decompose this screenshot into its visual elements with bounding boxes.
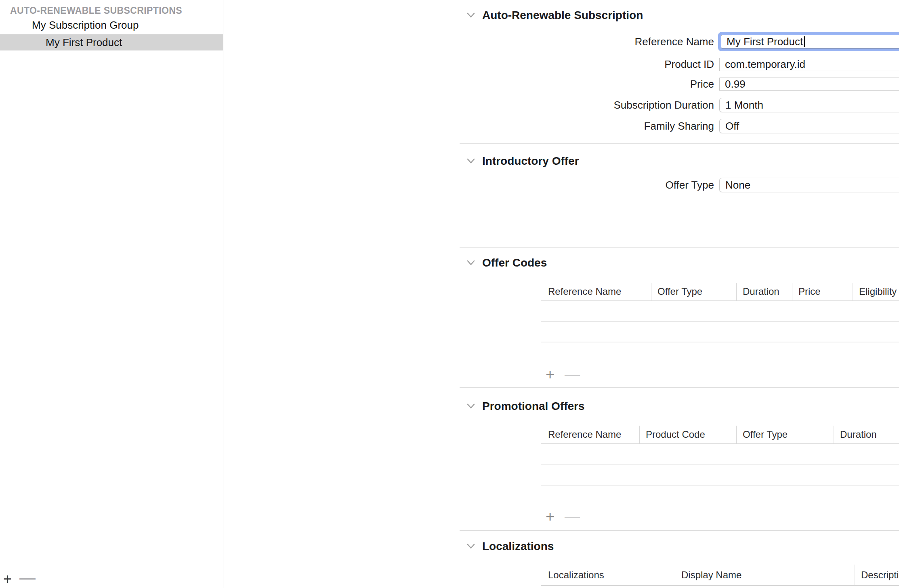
section-divider <box>460 530 899 531</box>
section-title: Offer Codes <box>482 256 547 269</box>
section-divider <box>460 143 899 144</box>
column-header[interactable]: Offer Type <box>651 283 736 300</box>
chevron-down-icon[interactable] <box>466 402 475 411</box>
offer-codes-remove-button[interactable]: — <box>565 365 580 383</box>
column-header[interactable]: Description <box>855 565 899 585</box>
section-title: Introductory Offer <box>482 155 579 168</box>
offer-type-value: None <box>725 179 750 191</box>
chevron-down-icon[interactable] <box>466 542 475 551</box>
section-title: Promotional Offers <box>482 400 585 413</box>
reference-name-label: Reference Name <box>482 32 714 51</box>
family-sharing-select[interactable]: Off <box>719 119 899 133</box>
product-id-value: com.temporary.id <box>725 58 805 71</box>
promotional-offers-table: Reference Name Product Code Offer Type D… <box>541 426 899 486</box>
section-header-auto-renewable-subscription: Auto-Renewable Subscription <box>466 9 643 22</box>
subscription-duration-select[interactable]: 1 Month <box>719 98 899 112</box>
chevron-down-icon[interactable] <box>466 11 475 20</box>
localizations-table-header: Localizations Display Name Description <box>541 565 899 586</box>
sidebar-item-label: My First Product <box>46 34 122 50</box>
section-title: Auto-Renewable Subscription <box>482 9 643 22</box>
promotional-offers-remove-button[interactable]: — <box>565 508 580 525</box>
table-empty-row <box>541 444 899 465</box>
column-header[interactable]: Product Code <box>639 426 736 443</box>
section-title: Localizations <box>482 540 554 553</box>
chevron-down-icon[interactable] <box>466 157 475 166</box>
promotional-offers-add-button[interactable]: + <box>546 508 555 525</box>
section-header-introductory-offer: Introductory Offer <box>466 155 579 168</box>
product-id-input[interactable]: com.temporary.id <box>719 58 899 71</box>
chevron-down-icon[interactable] <box>466 258 475 267</box>
reference-name-input[interactable]: My First Product <box>721 35 899 48</box>
price-input[interactable]: 0.99 <box>719 78 899 91</box>
table-empty-row <box>541 301 899 322</box>
promotional-offers-table-header: Reference Name Product Code Offer Type D… <box>541 426 899 444</box>
column-header[interactable]: Reference Name <box>541 426 639 443</box>
column-header[interactable]: Reference Name <box>541 283 651 300</box>
section-divider <box>460 247 899 248</box>
sidebar-group-header: AUTO-RENEWABLE SUBSCRIPTIONS <box>10 5 182 16</box>
section-header-offer-codes: Offer Codes <box>466 256 547 269</box>
sidebar: AUTO-RENEWABLE SUBSCRIPTIONS My Subscrip… <box>0 0 223 588</box>
column-header[interactable]: Localizations <box>541 565 675 585</box>
offer-codes-table: Reference Name Offer Type Duration Price… <box>541 283 899 342</box>
column-header[interactable]: Eligibility <box>853 283 899 300</box>
column-header[interactable]: Duration <box>736 283 792 300</box>
product-id-label: Product ID <box>482 58 714 71</box>
table-empty-row <box>541 322 899 342</box>
storekit-configuration-window: AUTO-RENEWABLE SUBSCRIPTIONS My Subscrip… <box>0 0 899 588</box>
offer-codes-add-button[interactable]: + <box>546 365 555 383</box>
offer-codes-table-header: Reference Name Offer Type Duration Price… <box>541 283 899 301</box>
column-header[interactable]: Offer Type <box>736 426 834 443</box>
family-sharing-label: Family Sharing <box>482 119 714 133</box>
price-label: Price <box>482 78 714 91</box>
column-header[interactable]: Display Name <box>675 565 855 585</box>
family-sharing-value: Off <box>725 120 739 132</box>
price-value: 0.99 <box>725 78 746 90</box>
sidebar-item-label: My Subscription Group <box>32 17 139 33</box>
subscription-duration-value: 1 Month <box>725 99 763 111</box>
text-caret <box>804 36 805 47</box>
reference-name-value: My First Product <box>727 36 803 48</box>
subscription-duration-label: Subscription Duration <box>482 98 714 112</box>
column-header[interactable]: Price <box>792 283 853 300</box>
section-header-localizations: Localizations <box>466 540 554 553</box>
product-detail-pane: Auto-Renewable Subscription Reference Na… <box>223 0 899 588</box>
sidebar-remove-button[interactable]: — <box>19 569 36 586</box>
table-empty-row <box>541 465 899 486</box>
section-header-promotional-offers: Promotional Offers <box>466 400 585 413</box>
localizations-table: Localizations Display Name Description <box>541 565 899 586</box>
sidebar-item-subscription-group[interactable]: My Subscription Group <box>0 17 223 33</box>
sidebar-add-button[interactable]: + <box>3 571 12 587</box>
column-header[interactable]: Duration <box>834 426 899 443</box>
offer-type-select[interactable]: None <box>719 178 899 192</box>
sidebar-item-my-first-product[interactable]: My First Product <box>0 34 223 50</box>
offer-type-label: Offer Type <box>482 178 714 192</box>
section-divider <box>460 387 899 388</box>
